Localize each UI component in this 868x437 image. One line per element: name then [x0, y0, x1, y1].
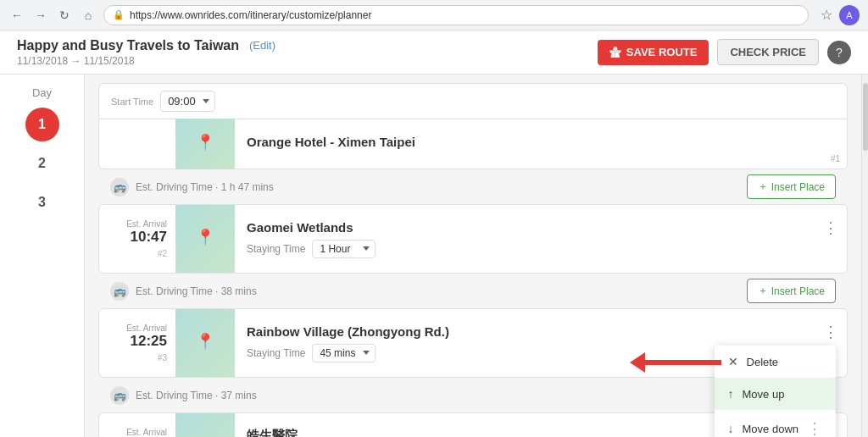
driving-segment-2: 🚌 Est. Driving Time · 38 mins ＋ Insert P…	[98, 274, 848, 308]
place-3-time: Est. Arrival 12:25 #3	[99, 309, 175, 377]
place-2-arrival-time: 10:47	[131, 229, 167, 246]
header-right: 🛣 SAVE ROUTE CHECK PRICE ?	[598, 39, 851, 65]
delete-label: Delete	[747, 356, 779, 368]
move-down-label: Move down	[743, 423, 798, 435]
place-1-name: Orange Hotel - Ximen Taipei	[247, 135, 835, 149]
place-2-arrival-label: Est. Arrival	[126, 219, 167, 229]
check-price-button[interactable]: CHECK PRICE	[717, 39, 819, 65]
edit-link[interactable]: (Edit)	[249, 39, 275, 52]
url-text: https://www.ownrides.com/itinerary/custo…	[130, 9, 371, 21]
place-1-info: Orange Hotel - Ximen Taipei	[235, 124, 847, 164]
place-2-staying-label: Staying Time	[247, 243, 305, 255]
place-2-info: Gaomei Wetlands Staying Time 1 Hour 30 m…	[235, 205, 815, 273]
insert-place-button-2[interactable]: ＋ Insert Place	[747, 279, 836, 303]
start-time-select[interactable]: 09:00 08:00 10:00	[160, 91, 215, 112]
place-card-2: Est. Arrival 10:47 #2 📍 Gaomei Wetlands …	[98, 204, 848, 274]
place-2-staying-row: Staying Time 1 Hour 30 mins 2 Hours	[247, 240, 803, 258]
scrollbar-thumb[interactable]	[863, 83, 868, 151]
place-2-num: #2	[158, 249, 167, 258]
plus-icon-2: ＋	[758, 284, 768, 298]
plus-icon-1: ＋	[758, 180, 768, 194]
driving-icon-3: 🚌	[110, 386, 129, 405]
driving-text-3: Est. Driving Time · 37 mins	[136, 390, 257, 401]
lock-icon: 🔒	[113, 9, 125, 20]
sidebar: Day 1 2 3	[0, 75, 85, 437]
arrow-head	[630, 352, 645, 373]
context-menu-delete[interactable]: ✕ Delete	[715, 346, 836, 378]
bookmark-icon[interactable]: ☆	[821, 7, 832, 23]
home-button[interactable]: ⌂	[80, 7, 97, 24]
place-3-arrival-time: 12:25	[131, 333, 167, 350]
context-menu-move-up[interactable]: ↑ Move up	[715, 378, 836, 410]
app-header: Happy and Busy Travels to Taiwan (Edit) …	[0, 30, 868, 75]
place-2-name: Gaomei Wetlands	[247, 220, 803, 235]
url-bar[interactable]: 🔒 https://www.ownrides.com/itinerary/cus…	[103, 5, 809, 25]
place-2-time: Est. Arrival 10:47 #2	[99, 205, 175, 273]
save-route-label: SAVE ROUTE	[626, 46, 698, 58]
sidebar-day-2[interactable]: 2	[25, 147, 59, 180]
place-3-menu-button[interactable]: ⋮	[815, 316, 847, 348]
context-menu: ✕ Delete ↑ Move up ↓ Move down ⋮	[715, 346, 836, 437]
main-content: Day 1 2 3 Start Time 09:00 08:00 10:00 📍	[0, 75, 868, 437]
profile-icon[interactable]: A	[839, 5, 860, 25]
forward-button[interactable]: →	[32, 7, 49, 24]
context-menu-move-down[interactable]: ↓ Move down ⋮	[715, 410, 836, 437]
save-route-button[interactable]: 🛣 SAVE ROUTE	[598, 40, 709, 65]
day-label: Day	[8, 86, 75, 99]
driving-segment-1: 🚌 Est. Driving Time · 1 h 47 mins ＋ Inse…	[98, 169, 848, 204]
place-4-time: Est. Arrival 13:47 #4	[99, 413, 175, 437]
start-time-label: Start Time	[111, 97, 153, 107]
insert-place-button-1[interactable]: ＋ Insert Place	[747, 174, 836, 199]
insert-label-2: Insert Place	[771, 285, 825, 297]
trip-dates: 11/13/2018 → 11/15/2018	[17, 55, 598, 67]
sidebar-day-3[interactable]: 3	[25, 185, 59, 219]
move-up-label: Move up	[743, 388, 785, 401]
arrow-shaft	[645, 360, 721, 365]
place-3-name: Rainbow Village (Zhongyong Rd.)	[247, 324, 803, 339]
driving-icon-2: 🚌	[110, 282, 129, 301]
place-2-menu-button[interactable]: ⋮	[815, 212, 847, 244]
move-down-icon: ↓	[728, 422, 734, 435]
trip-title: Happy and Busy Travels to Taiwan	[17, 38, 239, 53]
red-arrow	[630, 352, 721, 373]
route-icon: 🛣	[609, 46, 621, 59]
planner: Start Time 09:00 08:00 10:00 📍 Orange Ho…	[85, 75, 861, 437]
help-button[interactable]: ?	[827, 41, 851, 64]
header-left: Happy and Busy Travels to Taiwan (Edit) …	[17, 38, 598, 67]
driving-text-1: Est. Driving Time · 1 h 47 mins	[136, 181, 274, 193]
sidebar-day-1[interactable]: 1	[25, 108, 59, 141]
insert-label-1: Insert Place	[771, 181, 825, 193]
driving-icon-1: 🚌	[110, 178, 129, 196]
refresh-button[interactable]: ↻	[56, 7, 73, 24]
place-card-1: 📍 Orange Hotel - Ximen Taipei #1	[98, 119, 848, 169]
place-3-num: #3	[158, 353, 167, 362]
browser-bar: ← → ↻ ⌂ 🔒 https://www.ownrides.com/itine…	[0, 0, 868, 30]
place-3-staying-select[interactable]: 45 mins 30 mins 1 Hour	[312, 344, 376, 362]
driving-text-2: Est. Driving Time · 38 mins	[136, 285, 257, 297]
move-up-icon: ↑	[728, 387, 734, 401]
delete-icon: ✕	[728, 355, 738, 368]
start-time-row: Start Time 09:00 08:00 10:00	[98, 83, 848, 119]
place-4-arrival-label: Est. Arrival	[126, 428, 167, 437]
scrollbar-track[interactable]	[861, 75, 868, 437]
place-3-arrival-label: Est. Arrival	[126, 324, 167, 333]
place-1-num: #1	[831, 154, 840, 163]
place-2-staying-select[interactable]: 1 Hour 30 mins 2 Hours	[312, 240, 376, 258]
place-3-staying-label: Staying Time	[247, 347, 305, 359]
back-button[interactable]: ←	[8, 7, 25, 24]
